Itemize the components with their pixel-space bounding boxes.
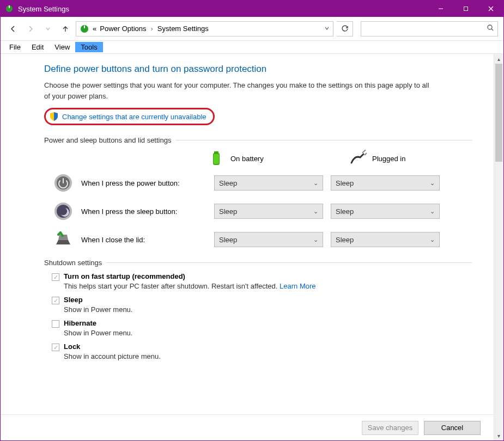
row-label: When I press the sleep button: [81, 207, 207, 216]
checkbox-icon: ✓ [52, 344, 59, 351]
lock-checkbox[interactable]: ✓ Lock [52, 342, 472, 351]
sleep-button-plugged-select[interactable]: Sleep⌄ [331, 204, 440, 219]
address-bar[interactable]: « Power Options › System Settings [76, 21, 333, 36]
col-plugged-in: Plugged in [349, 150, 458, 167]
close-lid-battery-select[interactable]: Sleep⌄ [214, 232, 323, 247]
power-button-plugged-select[interactable]: Sleep⌄ [331, 175, 440, 191]
breadcrumb-prefix: « [93, 24, 96, 33]
maximize-button[interactable] [453, 1, 478, 17]
checkbox-label: Hibernate [64, 319, 96, 327]
laptop-lid-icon [53, 229, 74, 250]
checkbox-icon: ✓ [52, 273, 59, 281]
svg-line-9 [491, 29, 493, 30]
change-unavailable-settings-link[interactable]: Change settings that are currently unava… [62, 113, 207, 121]
close-button[interactable] [478, 1, 503, 17]
search-box[interactable] [361, 21, 498, 36]
section-buttons-lid: Power and sleep buttons and lid settings [44, 136, 472, 144]
row-label: When I close the lid: [81, 236, 207, 244]
row-power-button: When I press the power button: Sleep⌄ Sl… [44, 173, 472, 193]
checkbox-sublabel: This helps start your PC faster after sh… [64, 282, 472, 290]
col-label: Plugged in [372, 155, 405, 163]
col-label: On battery [230, 155, 264, 163]
breadcrumb-item[interactable]: Power Options [100, 24, 146, 33]
chevron-down-icon: ⌄ [430, 180, 435, 187]
battery-icon [208, 150, 225, 167]
location-icon [80, 24, 89, 34]
column-headers: On battery Plugged in [208, 150, 472, 167]
menubar: File Edit View Tools [1, 41, 503, 54]
svg-point-8 [488, 25, 492, 29]
chevron-down-icon: ⌄ [313, 236, 318, 243]
svg-rect-7 [84, 26, 85, 28]
checkbox-icon: ✓ [52, 297, 59, 304]
chevron-down-icon: ⌄ [313, 180, 318, 187]
address-dropdown[interactable] [324, 24, 330, 33]
app-icon [5, 4, 14, 13]
learn-more-link[interactable]: Learn More [280, 282, 315, 290]
search-input[interactable] [365, 24, 487, 33]
row-label: When I press the power button: [81, 179, 207, 187]
save-changes-button[interactable]: Save changes [362, 421, 418, 435]
scroll-up-icon[interactable]: ▴ [494, 54, 503, 64]
checkbox-sublabel: Show in account picture menu. [64, 352, 472, 360]
chevron-down-icon: ⌄ [430, 208, 435, 215]
chevron-down-icon: ⌄ [430, 236, 435, 243]
hibernate-checkbox[interactable]: Hibernate [52, 319, 472, 328]
up-button[interactable] [58, 21, 72, 36]
forward-button[interactable] [23, 21, 38, 36]
fast-startup-checkbox[interactable]: ✓ Turn on fast startup (recommended) [52, 272, 472, 281]
refresh-button[interactable] [337, 21, 353, 36]
cancel-button[interactable]: Cancel [424, 421, 481, 435]
scroll-down-icon[interactable]: ▾ [494, 431, 503, 440]
titlebar: System Settings [1, 1, 503, 17]
window-title: System Settings [18, 5, 69, 13]
checkbox-sublabel: Show in Power menu. [64, 329, 472, 337]
sleep-checkbox[interactable]: ✓ Sleep [52, 296, 472, 304]
checkbox-sublabel: Show in Power menu. [64, 305, 472, 314]
section-shutdown: Shutdown settings [44, 259, 472, 267]
menu-tools[interactable]: Tools [75, 42, 102, 52]
back-button[interactable] [6, 21, 20, 36]
checkbox-label: Sleep [64, 296, 83, 304]
breadcrumb-item[interactable]: System Settings [157, 24, 209, 33]
search-icon[interactable] [487, 24, 494, 33]
sleep-button-battery-select[interactable]: Sleep⌄ [214, 204, 323, 219]
section-title: Power and sleep buttons and lid settings [44, 136, 171, 144]
section-title: Shutdown settings [44, 259, 102, 267]
col-on-battery: On battery [208, 150, 317, 167]
admin-link-highlight: Change settings that are currently unava… [44, 108, 215, 125]
close-lid-plugged-select[interactable]: Sleep⌄ [331, 232, 440, 247]
menu-edit[interactable]: Edit [26, 42, 49, 52]
svg-rect-12 [214, 154, 219, 164]
plug-icon [349, 150, 367, 167]
chevron-down-icon: ⌄ [313, 208, 318, 215]
row-sleep-button: When I press the sleep button: Sleep⌄ Sl… [44, 201, 472, 222]
footer: Save changes Cancel [1, 414, 494, 440]
checkbox-icon [52, 320, 59, 328]
navbar: « Power Options › System Settings [1, 17, 503, 41]
power-button-icon [53, 173, 74, 193]
power-button-battery-select[interactable]: Sleep⌄ [214, 175, 323, 191]
menu-file[interactable]: File [4, 42, 26, 52]
checkbox-label: Lock [64, 342, 80, 351]
shield-icon [49, 112, 59, 121]
scroll-thumb[interactable] [495, 64, 502, 162]
svg-rect-3 [464, 7, 468, 11]
menu-view[interactable]: View [49, 42, 75, 52]
svg-rect-1 [9, 5, 10, 8]
vertical-scrollbar[interactable]: ▴ ▾ [494, 54, 503, 440]
chevron-right-icon: › [150, 24, 154, 33]
recent-dropdown[interactable] [41, 21, 55, 36]
shutdown-settings-list: ✓ Turn on fast startup (recommended) Thi… [52, 272, 472, 360]
row-close-lid: When I close the lid: Sleep⌄ Sleep⌄ [44, 229, 472, 250]
svg-rect-11 [214, 151, 218, 154]
checkbox-label: Turn on fast startup (recommended) [64, 272, 185, 280]
page-description: Choose the power settings that you want … [44, 80, 436, 101]
minimize-button[interactable] [428, 1, 453, 17]
content-pane: Define power buttons and turn on passwor… [1, 54, 494, 440]
page-title: Define power buttons and turn on passwor… [44, 64, 472, 75]
sleep-button-icon [53, 201, 74, 222]
